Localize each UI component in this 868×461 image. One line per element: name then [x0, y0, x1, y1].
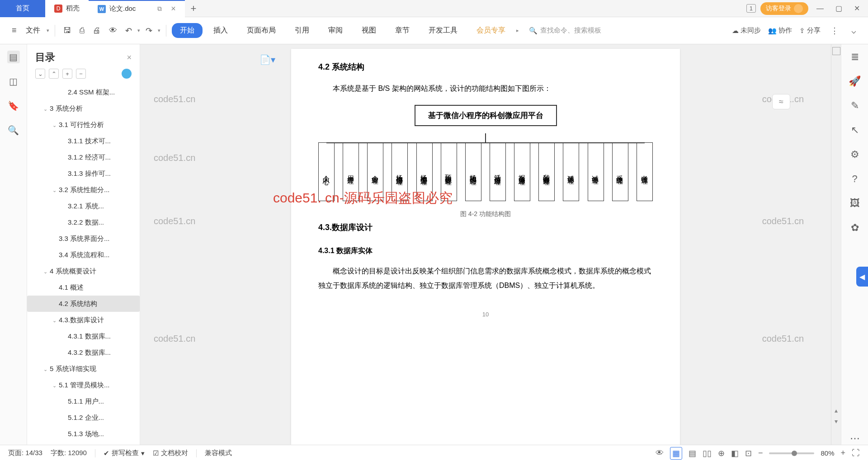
close-window-icon[interactable]: ✕ — [850, 4, 863, 13]
more-icon[interactable]: ⋮ — [828, 24, 841, 38]
print-icon[interactable]: 🖨 — [90, 24, 104, 37]
maximize-icon[interactable]: ▢ — [832, 4, 846, 13]
scrollbar-vertical[interactable]: ▴ ▾ — [831, 44, 841, 445]
pen-icon[interactable]: ✎ — [849, 99, 861, 112]
zoom-fit-icon[interactable]: ⊡ — [745, 448, 752, 458]
save-icon[interactable]: 🖫 — [61, 24, 74, 37]
toc-item[interactable]: 3.2.2 数据... — [27, 214, 140, 230]
preview-icon[interactable]: 👁 — [106, 24, 120, 37]
toc-item[interactable]: ⌄5.1 管理员模块... — [27, 377, 140, 393]
login-button[interactable]: 访客登录 — [760, 2, 808, 15]
search-box[interactable]: 🔍 查找命令、搜索模板 — [529, 26, 628, 35]
toc-item[interactable]: 4.3.2 数据库... — [27, 344, 140, 361]
tab-add[interactable]: + — [185, 3, 202, 14]
toc-item[interactable]: ⌄3 系统分析 — [27, 100, 140, 117]
file-menu[interactable]: 文件 — [26, 26, 40, 35]
export-icon[interactable]: ⎙ — [77, 24, 87, 37]
toc-remove-icon[interactable]: − — [76, 69, 86, 79]
outline-icon[interactable]: ▤ — [7, 51, 20, 63]
image-icon[interactable]: 🖼 — [849, 197, 861, 210]
view-web-icon[interactable]: ⊕ — [718, 448, 725, 458]
toc-item[interactable]: 4.3.1 数据库... — [27, 328, 140, 344]
rocket-icon[interactable]: 🚀 — [849, 75, 861, 88]
tab-review[interactable]: 审阅 — [320, 23, 351, 38]
pointer-icon[interactable]: ↖ — [849, 124, 861, 136]
tab-start[interactable]: 开始 — [172, 23, 203, 38]
scroll-down-icon[interactable]: ▾ — [831, 416, 841, 427]
find-icon[interactable]: 🔍 — [7, 124, 20, 136]
toc-item[interactable]: ⌄3.2 系统性能分... — [27, 182, 140, 198]
float-toggle[interactable]: ≈ — [772, 94, 790, 109]
toc-item[interactable]: 5.1.1 用户... — [27, 393, 140, 409]
proofread-button[interactable]: ☑ 文档校对 — [153, 449, 188, 457]
view-outline-icon[interactable]: ▤ — [689, 448, 696, 458]
page-marker-icon[interactable]: 📄▾ — [259, 54, 275, 65]
page-indicator[interactable]: 页面: 14/33 — [8, 449, 42, 457]
toc-item[interactable]: 5.1.2 企业... — [27, 409, 140, 426]
toc-item[interactable]: 5.1.3 场地... — [27, 426, 140, 442]
toc-item[interactable]: ⌄5 系统详细实现 — [27, 361, 140, 377]
tab-home[interactable]: 首页 — [0, 0, 45, 17]
toc-item[interactable]: ⌄4.3.数据库设计 — [27, 312, 140, 328]
toc-item[interactable]: ⌄4 系统概要设计 — [27, 263, 140, 279]
help-icon[interactable]: ? — [849, 173, 861, 185]
view-page-icon[interactable]: ▦ — [670, 447, 682, 460]
ruler-toggle-icon[interactable] — [832, 47, 840, 55]
toc-item[interactable]: ⌄3.1 可行性分析 — [27, 117, 140, 133]
document-canvas[interactable]: 📄▾ 4.2 系统结构 本系统是基于 B/S 架构的网站系统，设计的功能结构图如… — [140, 44, 831, 445]
tab-reference[interactable]: 引用 — [287, 23, 317, 38]
sync-button[interactable]: ☁ 未同步 — [732, 26, 761, 35]
tab-doc[interactable]: W 论文.doc ⧉ × — [89, 0, 185, 17]
side-tab[interactable]: ◀ — [856, 267, 868, 287]
toc-item[interactable]: 3.4 系统流程和... — [27, 247, 140, 263]
tab-view[interactable]: 视图 — [354, 23, 384, 38]
nav-icon[interactable]: ◫ — [7, 75, 20, 88]
collab-button[interactable]: 👥 协作 — [768, 26, 792, 35]
toc-item[interactable]: 3.1.2 经济可... — [27, 149, 140, 165]
bookmark-icon[interactable]: 🔖 — [7, 99, 20, 112]
tab-devtools[interactable]: 开发工具 — [420, 23, 466, 38]
file-dropdown-icon[interactable]: ▾ — [47, 28, 49, 33]
toc-collapse-icon[interactable]: ⌄ — [35, 69, 45, 79]
toc-item[interactable]: 3.3 系统界面分... — [27, 230, 140, 247]
tab-insert[interactable]: 插入 — [205, 23, 236, 38]
toc-item[interactable]: 5.1.4 试题... — [27, 442, 140, 445]
toc-item[interactable]: 3.1.1 技术可... — [27, 133, 140, 149]
fullscreen-icon[interactable]: ⛶ — [852, 448, 860, 458]
duplicate-icon[interactable]: ⧉ — [157, 5, 162, 13]
toc-add-icon[interactable]: + — [62, 69, 72, 79]
settings-icon[interactable]: ⚙ — [849, 148, 861, 161]
minimize-icon[interactable]: — — [813, 5, 827, 13]
ribbon-more-icon[interactable]: ▸ — [516, 28, 519, 33]
tab-member[interactable]: 会员专享 — [468, 23, 514, 38]
toc-item[interactable]: 4.2 系统结构 — [27, 296, 140, 312]
gear-icon[interactable]: ✿ — [849, 221, 861, 234]
tab-chapter[interactable]: 章节 — [387, 23, 418, 38]
close-icon[interactable]: × — [171, 4, 176, 14]
format-icon[interactable]: ≣ — [849, 51, 861, 63]
notif-badge[interactable]: 1 — [746, 4, 756, 13]
tab-layout[interactable]: 页面布局 — [239, 23, 284, 38]
toc-close-icon[interactable]: × — [127, 53, 132, 62]
scroll-up-icon[interactable]: ▴ — [831, 405, 841, 416]
zoom-slider[interactable] — [769, 452, 814, 454]
zoom-level[interactable]: 80% — [821, 449, 834, 457]
redo-icon[interactable]: ↷ — [143, 24, 155, 38]
compat-mode[interactable]: 兼容模式 — [205, 449, 232, 457]
collapse-icon[interactable]: ⌵ — [849, 24, 859, 38]
view-focus-icon[interactable]: ◧ — [731, 448, 739, 458]
eye-icon[interactable]: 👁 — [656, 448, 664, 458]
toc-item[interactable]: 3.2.1 系统... — [27, 198, 140, 214]
undo-icon[interactable]: ↶ — [123, 24, 135, 38]
share-button[interactable]: ⇪ 分享 — [799, 26, 821, 35]
tab-dk[interactable]: D 稻壳 — [45, 0, 89, 17]
spellcheck-button[interactable]: ✔ 拼写检查 ▾ — [104, 449, 145, 457]
toc-refresh-icon[interactable] — [122, 69, 132, 79]
toc-item[interactable]: 3.1.3 操作可... — [27, 165, 140, 182]
more-tools-icon[interactable]: ⋯ — [849, 432, 861, 445]
zoom-out-icon[interactable]: − — [758, 448, 763, 458]
menu-icon[interactable]: ≡ — [9, 24, 19, 37]
zoom-in-icon[interactable]: + — [840, 448, 845, 458]
toc-expand-icon[interactable]: ⌃ — [49, 69, 59, 79]
toc-item[interactable]: 4.1 概述 — [27, 279, 140, 296]
